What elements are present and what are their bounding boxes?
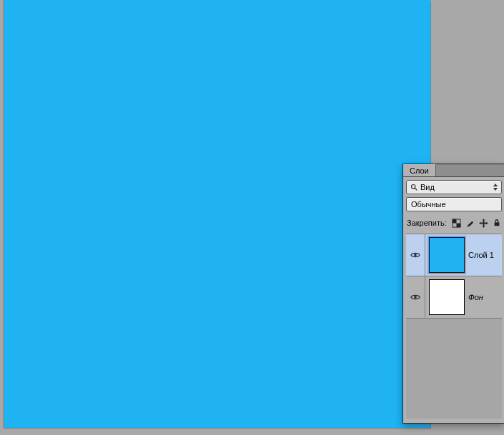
layer-visibility-toggle[interactable] <box>406 276 425 318</box>
svg-marker-10 <box>486 221 488 224</box>
layer-filter-kind-select[interactable]: Вид <box>406 180 502 194</box>
layer-thumbnail[interactable] <box>430 238 464 272</box>
svg-point-14 <box>414 254 417 256</box>
svg-rect-5 <box>453 219 457 223</box>
svg-point-0 <box>412 185 415 189</box>
lock-position-button[interactable] <box>478 216 489 229</box>
search-icon <box>410 184 417 191</box>
svg-rect-6 <box>456 223 460 227</box>
blend-mode-label: Обычные <box>411 200 497 209</box>
layer-name-label[interactable]: Фон <box>468 293 502 301</box>
layer-filter-kind-label: Вид <box>420 183 492 191</box>
document-canvas[interactable] <box>3 0 430 428</box>
workspace-background: Слои Вид <box>0 0 504 435</box>
svg-marker-3 <box>493 188 498 191</box>
svg-marker-8 <box>482 226 485 228</box>
svg-point-15 <box>414 296 417 299</box>
layer-filter-row: Вид <box>406 180 502 194</box>
layers-panel: Слои Вид <box>402 164 504 424</box>
layer-name-label[interactable]: Слой 1 <box>468 251 502 259</box>
blend-mode-row: Обычные <box>406 197 502 211</box>
lock-icon <box>493 219 501 227</box>
svg-marker-2 <box>493 184 498 186</box>
lock-pixels-button[interactable] <box>451 216 462 229</box>
lock-brush-button[interactable] <box>465 216 475 229</box>
lock-all-button[interactable] <box>492 216 502 229</box>
layers-tab-label: Слои <box>410 166 429 175</box>
layers-tab[interactable]: Слои <box>403 164 436 176</box>
layer-visibility-toggle[interactable] <box>406 234 425 276</box>
layers-list: Слой 1 Фон <box>406 234 502 419</box>
svg-line-1 <box>415 188 417 190</box>
svg-marker-9 <box>479 221 481 224</box>
lock-label: Закрепить: <box>407 219 447 227</box>
lock-row: Закрепить: <box>406 215 502 234</box>
svg-rect-13 <box>494 222 499 226</box>
blend-mode-select[interactable]: Обычные <box>406 197 502 211</box>
stepper-arrows-icon <box>492 183 499 191</box>
layers-panel-body: Вид Обычные Закрепить: <box>403 177 504 423</box>
lock-pixels-icon <box>452 219 461 228</box>
brush-icon <box>465 219 475 228</box>
eye-icon <box>410 294 420 301</box>
layer-row[interactable]: Слой 1 <box>406 234 502 276</box>
layers-list-empty-area <box>406 319 502 419</box>
svg-rect-12 <box>481 222 486 224</box>
panel-tab-strip: Слои <box>403 164 504 177</box>
layer-thumbnail[interactable] <box>430 280 464 314</box>
svg-marker-7 <box>482 219 485 221</box>
eye-icon <box>410 251 420 259</box>
move-arrows-icon <box>479 219 488 228</box>
layer-row[interactable]: Фон <box>406 276 502 319</box>
